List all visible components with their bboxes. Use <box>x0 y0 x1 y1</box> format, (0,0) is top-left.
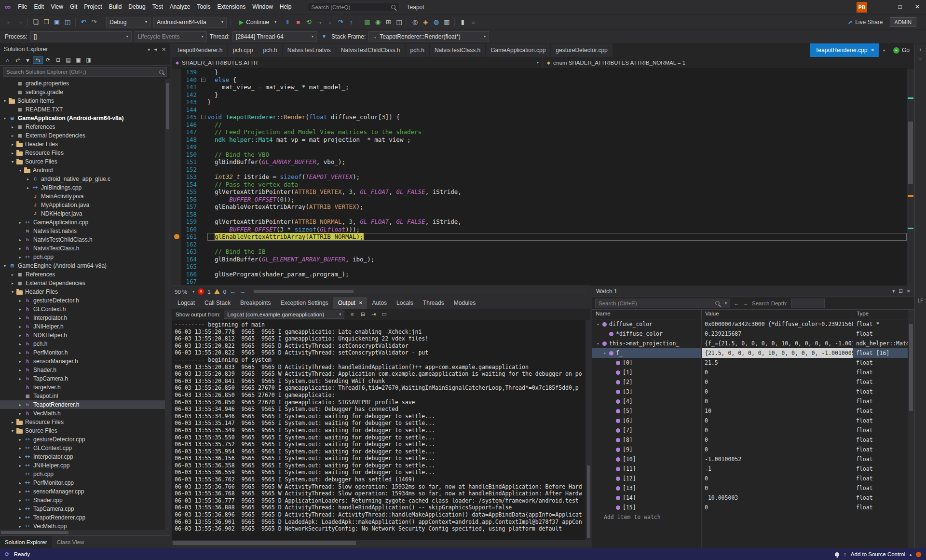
new-file-icon[interactable]: ❏ <box>30 18 41 26</box>
tab-pch-h[interactable]: pch.h <box>406 43 430 57</box>
live-share-button[interactable]: ⇗ Live Share <box>848 19 883 26</box>
pin-output-icon[interactable]: ▭ <box>380 311 388 317</box>
watch-value-cell[interactable]: 0 <box>702 368 853 377</box>
expander-icon[interactable]: ▾ <box>10 429 15 433</box>
rail-add-icon[interactable]: + <box>915 47 926 53</box>
code-text[interactable]: // Feed Projection and Model View matric… <box>207 128 907 136</box>
notification-badge[interactable] <box>916 552 921 557</box>
code-text[interactable] <box>207 166 907 174</box>
watch-value-cell[interactable]: 0 <box>702 445 853 454</box>
watch-title-bar[interactable]: Watch 1 ▾ ⊡ ✕ <box>592 286 914 297</box>
tree-item-resource-files[interactable]: ▸Resource Files <box>0 418 170 426</box>
watch-name-cell[interactable]: ▾diffuse_color <box>592 319 702 329</box>
close-button[interactable]: ✕ <box>909 0 926 14</box>
watch-value-cell[interactable]: 0 <box>702 377 853 387</box>
show-next-statement-icon[interactable]: → <box>314 18 325 26</box>
watch-value-cell[interactable]: 0 <box>702 387 853 396</box>
save-all-icon[interactable]: ◫ <box>62 18 73 26</box>
close-icon[interactable]: ✕ <box>162 47 166 52</box>
expander-icon[interactable]: ▸ <box>10 281 15 286</box>
home-icon[interactable]: ⌂ <box>3 57 12 63</box>
breakpoint-margin[interactable] <box>172 143 181 151</box>
close-icon[interactable]: ✕ <box>907 288 911 294</box>
tree-item-jnibindings-cpp[interactable]: ▸++JniBindings.cpp <box>0 183 170 192</box>
breakpoint-margin[interactable] <box>172 278 181 286</box>
zoom-select[interactable]: 90 % ▾ <box>175 289 194 295</box>
window-chevron-icon[interactable]: ▾ <box>892 288 895 294</box>
code-text[interactable]: else { <box>207 76 907 84</box>
watch-row-f[interactable]: ▾f_{21.5, 0, 0, 0, 0, 10, 0, 0, 0, 0, -1… <box>592 348 908 358</box>
breakpoint-margin[interactable] <box>172 151 181 159</box>
watch-row-13[interactable]: [13]0float <box>592 483 908 493</box>
watch-row-8[interactable]: [8]0float <box>592 435 908 445</box>
expander-icon[interactable]: ▸ <box>17 325 23 329</box>
tree-item-ndkhelper-java[interactable]: JNDKHelper.java <box>0 209 170 218</box>
preview-selected-items-icon[interactable]: ◨ <box>84 57 93 63</box>
watch-row-11[interactable]: [11]-1float <box>592 464 908 474</box>
tree-item-perfmonitor-cpp[interactable]: ▸++PerfMonitor.cpp <box>0 478 170 487</box>
expander-icon[interactable]: ▸ <box>17 464 23 468</box>
expander-icon[interactable]: ▸ <box>17 524 23 529</box>
scrollbar-thumb[interactable] <box>254 290 354 293</box>
breakpoint-margin[interactable] <box>172 248 181 256</box>
breakpoint-margin[interactable] <box>172 256 181 263</box>
breakpoint-margin[interactable] <box>172 173 181 181</box>
tree-item-gameengine-android-arm64-v8a[interactable]: ▾⊞GameEngine (Android-arm64-v8a) <box>0 261 170 270</box>
navigate-previous-icon[interactable]: ← <box>230 288 236 295</box>
breakpoint-margin[interactable] <box>172 121 181 129</box>
tab-teapotrenderer-h[interactable]: TeapotRenderer.h <box>172 43 228 57</box>
tree-item-references[interactable]: ▸▦References <box>0 270 170 279</box>
tree-item-header-files[interactable]: ▾Header Files <box>0 287 170 296</box>
android-device-monitor-icon[interactable]: ▦ <box>362 18 372 26</box>
tree-item-ndkhelper-h[interactable]: ▸hNDKHelper.h <box>0 331 170 340</box>
column-type[interactable]: Type <box>853 310 914 319</box>
tree-item-gradle-properties[interactable]: ▤gradle.properties <box>0 79 170 88</box>
error-count[interactable]: 1 <box>207 289 210 295</box>
expander-icon[interactable]: ▸ <box>17 307 23 312</box>
watch-name-cell[interactable]: [0] <box>592 358 702 368</box>
undo-icon[interactable]: ↶ <box>78 18 89 26</box>
panel-tab-output[interactable]: Output✕ <box>333 297 368 309</box>
expander-icon[interactable]: ▸ <box>17 507 23 511</box>
expander-icon[interactable]: ▸ <box>17 437 23 442</box>
tree-item-external-dependencies[interactable]: ▸▦External Dependencies <box>0 279 170 287</box>
find-in-files-icon[interactable]: ◎ <box>409 18 420 26</box>
breadcrumb-member-dropdown[interactable]: ◆ enum SHADER_ATTRIBUTES ATTRIB_NORMAL =… <box>543 57 914 68</box>
breakpoint-margin[interactable] <box>172 181 181 189</box>
expander-icon[interactable]: ▸ <box>17 342 23 346</box>
menu-test[interactable]: Test <box>149 3 166 10</box>
tree-item-shader-h[interactable]: ▸hShader.h <box>0 366 170 374</box>
watch-row-diffuse-color[interactable]: *diffuse_color0.239215687float <box>592 329 908 339</box>
tree-item-targetver-h[interactable]: htargetver.h <box>0 383 170 392</box>
menu-view[interactable]: View <box>47 3 67 10</box>
solution-explorer-horizontal-scrollbar[interactable] <box>0 530 170 535</box>
expander-icon[interactable]: ▸ <box>10 125 15 129</box>
editor-vertical-scrollbar[interactable] <box>907 68 914 286</box>
code-text[interactable]: glUseProgram(shader_param_.program_); <box>207 271 907 278</box>
code-text[interactable] <box>207 106 907 114</box>
scrollbar-thumb[interactable] <box>908 122 913 184</box>
watch-name-cell[interactable]: [6] <box>592 416 702 425</box>
menu-build[interactable]: Build <box>106 3 125 10</box>
android-emulator-icon[interactable]: ◉ <box>372 18 383 26</box>
pending-changes-filter-icon[interactable]: ▼ <box>23 57 32 63</box>
diagnostics-icon[interactable]: ▥ <box>441 18 452 26</box>
code-text[interactable]: // <box>207 121 907 129</box>
watch-row-15[interactable]: [15]0float <box>592 503 908 512</box>
tree-item-settings-gradle[interactable]: ▤settings.gradle <box>0 88 170 96</box>
tree-item-gesturedetector-cpp[interactable]: ▸++gestureDetector.cpp <box>0 435 170 444</box>
expander-icon[interactable]: ▸ <box>10 273 15 277</box>
code-text[interactable] <box>207 241 907 248</box>
tab-gesturedetector-cpp[interactable]: gestureDetector.cpp <box>551 43 613 57</box>
breakpoint-margin[interactable] <box>172 263 181 271</box>
expander-icon[interactable]: ▸ <box>17 455 23 459</box>
tree-item-myapplication-java[interactable]: JMyApplication.java <box>0 201 170 209</box>
tree-item-pch-cpp[interactable]: ++pch.cpp <box>0 470 170 478</box>
watch-name-cell[interactable]: ▾this->mat_projection_ <box>592 339 702 348</box>
solution-explorer-vertical-scrollbar[interactable] <box>165 79 170 531</box>
quick-search-box[interactable]: Search (Ctrl+Q) <box>308 2 399 12</box>
code-text[interactable]: ndk_helper::Mat4 mat_vp = mat_projection… <box>207 136 907 144</box>
code-text[interactable]: } <box>207 68 907 76</box>
tree-item-tapcamera-cpp[interactable]: ▸++TapCamera.cpp <box>0 505 170 513</box>
navigate-next-icon[interactable]: → <box>239 288 245 295</box>
